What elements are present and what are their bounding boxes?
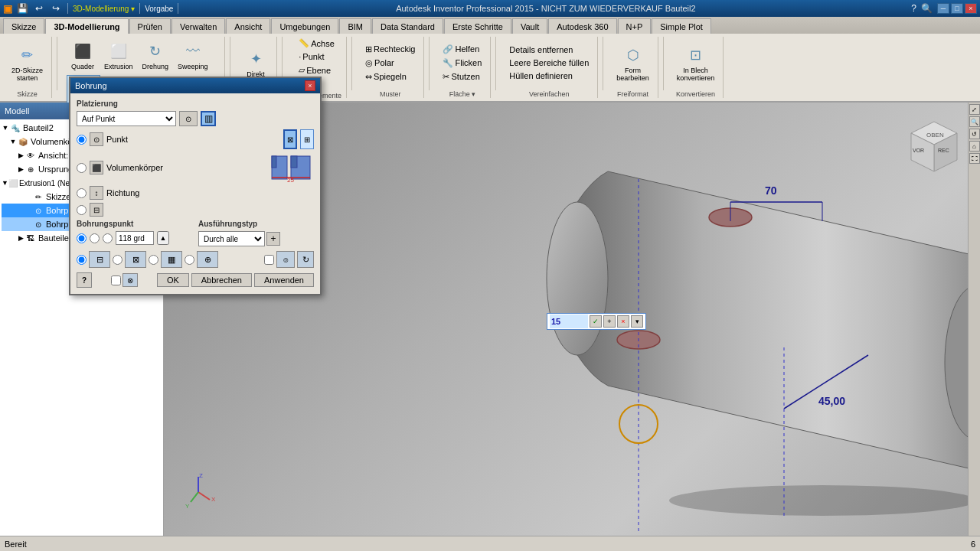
- drill-style-radio1[interactable]: [77, 255, 87, 265]
- qat-save-icon[interactable]: 💾: [15, 2, 29, 15]
- tab-umgebungen[interactable]: Umgebungen: [271, 18, 338, 34]
- threaded-icon[interactable]: ⊗: [122, 273, 138, 287]
- thread-icon-btn[interactable]: ⌾: [276, 251, 295, 268]
- point-icon-btn[interactable]: ⊙: [90, 132, 103, 146]
- drill-visual-1[interactable]: ⊠: [283, 129, 297, 149]
- drill-visual-2[interactable]: ⊞: [300, 129, 314, 149]
- drehung-button[interactable]: ↻ Drehung: [139, 37, 173, 73]
- expand-ansicht-icon[interactable]: ▶: [17, 152, 24, 159]
- nav-zoom-button[interactable]: 🔍: [969, 116, 980, 127]
- leere-bereiche-button[interactable]: Leere Bereiche füllen: [505, 57, 593, 69]
- quader-button[interactable]: ⬛ Quader: [67, 37, 99, 73]
- direction-icon-btn[interactable]: ↕: [90, 186, 103, 200]
- nav-home-button[interactable]: ⌂: [969, 141, 980, 152]
- extra-icon-btn[interactable]: ⊟: [90, 203, 103, 217]
- search-icon[interactable]: 🔍: [921, 3, 933, 14]
- bp-radio3[interactable]: [103, 233, 113, 243]
- maximize-button[interactable]: □: [951, 3, 963, 14]
- tab-erste-schritte[interactable]: Erste Schritte: [444, 18, 511, 34]
- punkt-button[interactable]: ·Punkt: [295, 51, 338, 63]
- volume-radio[interactable]: [77, 163, 87, 173]
- tab-skizze[interactable]: Skizze: [3, 18, 44, 34]
- help-icon[interactable]: ?: [911, 3, 916, 14]
- thread-checkbox[interactable]: [264, 255, 274, 265]
- tab-autodesk-360[interactable]: Autodesk 360: [548, 18, 616, 34]
- drill-style-4-icon[interactable]: ⊕: [197, 251, 218, 268]
- ebene-button[interactable]: ▱Ebene: [295, 64, 338, 77]
- polar-button[interactable]: ◎Polar: [361, 57, 419, 70]
- stutzen-button[interactable]: ✂Stutzen: [439, 70, 485, 83]
- canvas-dimension-input[interactable]: 15: [550, 315, 588, 328]
- drill-style-1-icon[interactable]: ⊟: [89, 251, 110, 268]
- details-entfernen-button[interactable]: Details entfernen: [505, 44, 593, 56]
- drill-style-radio2[interactable]: [113, 255, 122, 265]
- bp-radio1[interactable]: [77, 233, 87, 243]
- canvas-input-more-btn[interactable]: ▾: [631, 315, 643, 328]
- ausfuehrungstyp-add-btn[interactable]: +: [266, 232, 280, 246]
- nav-pan-button[interactable]: ⤢: [969, 104, 980, 115]
- bohrungspunkt-section: Bohrungspunkt 118 grd ▲: [77, 220, 192, 246]
- freiformat-quader-button[interactable]: ⬡ Formbearbeiten: [612, 41, 653, 85]
- tab-simple-plot[interactable]: Simple Plot: [652, 18, 711, 34]
- ok-button[interactable]: OK: [157, 273, 189, 287]
- expand-ursprung-icon[interactable]: ▶: [17, 165, 24, 173]
- platzierung-icon-btn[interactable]: ⊙: [179, 111, 198, 126]
- expand-bauteil2-icon[interactable]: ▼: [2, 124, 9, 132]
- achse-button[interactable]: 📏Achse: [295, 37, 338, 50]
- angle-input[interactable]: 118 grd: [116, 231, 154, 245]
- extra-radio[interactable]: [77, 205, 87, 215]
- 2d-skizze-button[interactable]: ✏ 2D-Skizzestarten: [8, 41, 47, 85]
- tab-bim[interactable]: BIM: [339, 18, 371, 34]
- canvas-input-cancel-btn[interactable]: ×: [617, 315, 629, 328]
- volume-icon-btn[interactable]: ⬛: [90, 161, 103, 174]
- direction-radio[interactable]: [77, 188, 87, 198]
- tab-3d-modellierung[interactable]: 3D-Modellierung: [45, 18, 128, 34]
- spiegeln-button[interactable]: ⇔Spiegeln: [361, 70, 419, 83]
- qat-redo-icon[interactable]: ↪: [49, 2, 63, 15]
- flicken-button[interactable]: 🔧Flicken: [439, 57, 485, 70]
- model-header-label: Modell: [5, 106, 29, 116]
- qat-undo-icon[interactable]: ↩: [32, 2, 46, 15]
- konvertieren-button[interactable]: ⊡ In Blechkonvertieren: [673, 41, 719, 85]
- expand-volkskoerper-icon[interactable]: ▼: [9, 138, 17, 145]
- svg-text:25: 25: [287, 177, 294, 183]
- platzierung-select[interactable]: Auf Punkt Linearer Abstand An Kante Konz…: [77, 111, 176, 126]
- tab-np[interactable]: N+P: [618, 18, 652, 34]
- nav-rotate-button[interactable]: ↺: [969, 129, 980, 139]
- refresh-btn[interactable]: ↻: [297, 251, 314, 268]
- ribbon-group-vereinfachen: Details entfernen Leere Bereiche füllen …: [501, 37, 598, 98]
- bp-radio2[interactable]: [90, 233, 100, 243]
- direkt-button[interactable]: ✦ Direkt: [240, 44, 272, 81]
- tab-data-standard[interactable]: Data Standard: [372, 18, 443, 34]
- extrusion-button[interactable]: ⬜ Extrusion: [100, 37, 137, 73]
- sweeping-button[interactable]: 〰 Sweeping: [174, 37, 212, 73]
- view-cube[interactable]: OBEN REC VOR: [903, 118, 965, 179]
- nav-fullscreen-button[interactable]: ⛶: [969, 153, 980, 164]
- dialog-close-button[interactable]: ×: [305, 80, 315, 91]
- drill-style-3-icon[interactable]: ▦: [161, 251, 182, 268]
- expand-bauteile-icon[interactable]: ▶: [17, 234, 24, 242]
- tab-ansicht[interactable]: Ansicht: [226, 18, 270, 34]
- expand-extrusion1-icon[interactable]: ▼: [2, 179, 8, 187]
- rechteckig-button[interactable]: ⊞Rechteckig: [361, 43, 419, 56]
- huellen-button[interactable]: Hüllen definieren: [505, 70, 593, 82]
- tab-vault[interactable]: Vault: [512, 18, 547, 34]
- abbrechen-button[interactable]: Abbrechen: [191, 273, 252, 287]
- close-button[interactable]: ×: [965, 3, 977, 14]
- drill-style-radio3[interactable]: [149, 255, 158, 265]
- point-radio[interactable]: [77, 135, 87, 145]
- canvas-input-confirm-btn[interactable]: ✓: [590, 315, 602, 328]
- threaded-checkbox2[interactable]: [111, 276, 121, 285]
- helfen-button[interactable]: 🔗Helfen: [439, 43, 485, 56]
- dialog-help-button[interactable]: ?: [77, 272, 92, 288]
- drill-type-simple[interactable]: ▥: [201, 111, 216, 126]
- ausfuehrungstyp-select[interactable]: Durch alle Bis zu Fläche Bis zu Tiefe Bi…: [198, 231, 265, 246]
- angle-up-btn[interactable]: ▲: [157, 231, 169, 245]
- minimize-button[interactable]: ─: [937, 3, 949, 14]
- tab-verwalten[interactable]: Verwalten: [172, 18, 225, 34]
- drill-style-2-icon[interactable]: ⊠: [125, 251, 146, 268]
- tab-pruefen[interactable]: Prüfen: [129, 18, 171, 34]
- canvas-input-add-btn[interactable]: +: [603, 315, 616, 328]
- drill-style-radio4[interactable]: [185, 255, 194, 265]
- anwenden-button[interactable]: Anwenden: [254, 273, 314, 287]
